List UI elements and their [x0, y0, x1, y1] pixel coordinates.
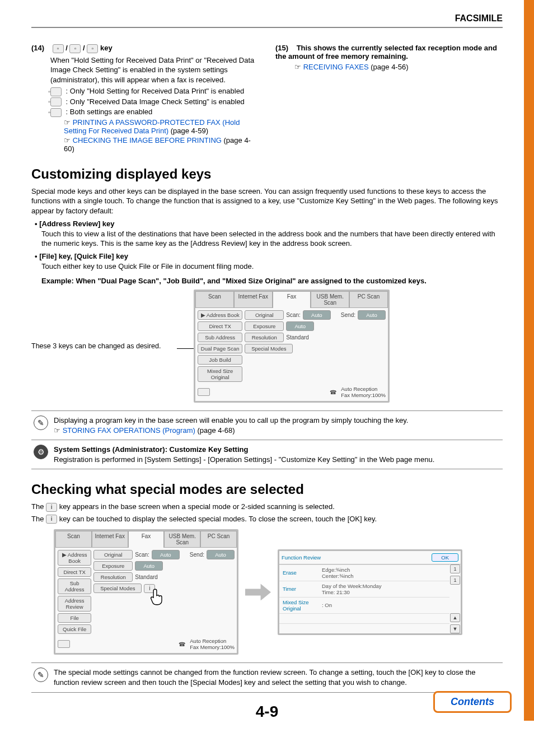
foot2-reception: Auto Reception [190, 638, 226, 644]
hand-icon: ☞ [64, 118, 73, 127]
item-14-opt3: ▫ : Both settings are enabled [64, 108, 259, 117]
item-14-desc: When "Hold Setting for Received Data Pri… [50, 55, 259, 85]
btn2-file[interactable]: File [58, 613, 91, 623]
bullet-file-body: Touch either key to use Quick File or Fi… [41, 262, 503, 272]
ok-button[interactable]: OK [432, 553, 458, 562]
callout-line [177, 348, 194, 349]
val-send-auto[interactable]: Auto [358, 310, 386, 320]
info-icon: i [46, 503, 57, 512]
example-line: Example: When "Dual Page Scan", "Job Bui… [41, 277, 503, 285]
item-15-number: (15) [275, 44, 294, 52]
tab2-scan[interactable]: Scan [55, 531, 92, 548]
page-num-top: 1 [450, 564, 460, 573]
both-icon-s: ▫ [50, 108, 62, 117]
tab-scan[interactable]: Scan [195, 291, 234, 308]
bullet-address-review-body: Touch this to view a list of the destina… [41, 229, 503, 249]
tab2-fax[interactable]: Fax [128, 531, 165, 548]
review-row-empty2 [279, 623, 449, 633]
tab2-pc[interactable]: PC Scan [200, 531, 237, 548]
lbl2-original[interactable]: Original [93, 550, 133, 559]
link-receiving-faxes[interactable]: RECEIVING FAXES [303, 63, 369, 71]
lbl2-send: Send: [190, 552, 204, 558]
lbl-special-modes[interactable]: Special Modes [245, 344, 293, 353]
link-storing-fax[interactable]: STORING FAX OPERATIONS (Program) [63, 426, 195, 435]
review-row-erase: Erase Edge:¾inch Center:¾inch [279, 564, 449, 581]
item-14-link2: ☞ CHECKING THE IMAGE BEFORE PRINTING (pa… [64, 136, 259, 153]
item-14-opt1: ▫ : Only "Hold Setting for Received Data… [64, 87, 259, 96]
sect2-line2: The i key can be touched to display the … [31, 514, 503, 524]
pencil-icon: ✎ [34, 416, 48, 430]
btn-address-book[interactable]: ▶ Address Book [198, 310, 242, 320]
side-accent-bar [524, 0, 534, 721]
lbl2-resolution[interactable]: Resolution [93, 572, 133, 582]
sect2-line1: The i key appears in the base screen whe… [31, 502, 503, 512]
link-check-image[interactable]: CHECKING THE IMAGE BEFORE PRINTING [73, 136, 222, 144]
val-resolution: Standard [286, 334, 314, 340]
btn-dual-page[interactable]: Dual Page Scan [198, 344, 242, 353]
preview-icon[interactable] [198, 388, 210, 396]
preview-icon-2[interactable] [58, 640, 70, 648]
btn2-sub-address[interactable]: Sub Address [58, 578, 91, 594]
btn-direct-tx[interactable]: Direct TX [198, 321, 242, 331]
image-check-icon: ▫ [69, 44, 81, 53]
scroll-down-button[interactable]: ▼ [450, 624, 460, 633]
val-exposure-auto[interactable]: Auto [286, 321, 314, 331]
scroll-up-button[interactable]: ▲ [450, 613, 460, 622]
val2-send-auto[interactable]: Auto [207, 550, 235, 559]
btn-mixed-size[interactable]: Mixed Size Original [198, 366, 242, 382]
tab-pc[interactable]: PC Scan [349, 291, 388, 308]
note-program-key: ✎ Displaying a program key in the base s… [31, 410, 503, 440]
contents-button[interactable]: Contents [433, 691, 512, 713]
btn2-direct-tx[interactable]: Direct TX [58, 567, 91, 577]
review-title: Function Review [282, 554, 321, 561]
bullet-address-review-title: • [Address Review] key [35, 220, 503, 228]
lbl-resolution[interactable]: Resolution [245, 333, 284, 342]
lbl-exposure[interactable]: Exposure [245, 321, 284, 331]
val2-scan-auto[interactable]: Auto [152, 550, 180, 559]
tab-fax[interactable]: Fax [273, 291, 311, 308]
phone-icon-2 [179, 641, 186, 647]
item-14-heading: (14) ▫ / ▫ / ▫ key [31, 44, 259, 53]
val-scan-auto[interactable]: Auto [303, 310, 331, 320]
page-number: 4-9 [31, 703, 503, 721]
btn-job-build[interactable]: Job Build [198, 355, 242, 365]
page-num-bot: 1 [450, 576, 460, 585]
section-customizing-para: Special mode keys and other keys can be … [31, 186, 503, 216]
hand-icon-2: ☞ [64, 136, 73, 144]
tab2-usb[interactable]: USB Mem. Scan [164, 531, 200, 548]
slash-1: / [65, 44, 69, 52]
note2-body: Registration is performed in [System Set… [54, 455, 434, 464]
item-15-link: ☞ RECEIVING FAXES (page 4-56) [294, 63, 503, 71]
slash-2: / [83, 44, 87, 52]
gear-icon: ⚙ [34, 445, 48, 459]
note1-line1: Displaying a program key in the base scr… [54, 416, 408, 424]
image-check-icon-s: ▫ [50, 97, 62, 106]
btn2-address-book[interactable]: ▶ Address Book [58, 550, 91, 566]
tab-ifax[interactable]: Internet Fax [234, 291, 273, 308]
lbl2-exposure[interactable]: Exposure [93, 561, 133, 571]
link-hold-print[interactable]: PRINTING A PASSWORD-PROTECTED FAX (Hold … [64, 118, 240, 135]
foot2-memory: Fax Memory:100% [190, 644, 235, 650]
lbl-original[interactable]: Original [245, 310, 284, 320]
btn2-quick-file[interactable]: Quick File [58, 624, 91, 634]
example-panel: Scan Internet Fax Fax USB Mem. Scan PC S… [194, 290, 390, 403]
both-icon: ▫ [87, 44, 98, 53]
btn2-address-review[interactable]: Address Review [58, 596, 91, 612]
val2-exposure-auto[interactable]: Auto [135, 561, 163, 571]
lbl2-special-modes[interactable]: Special Modes [93, 584, 142, 593]
tab2-ifax[interactable]: Internet Fax [92, 531, 128, 548]
section-customizing-title: Customizing displayed keys [31, 166, 503, 182]
foot-reception: Auto Reception [341, 386, 377, 392]
btn-sub-address[interactable]: Sub Address [198, 333, 242, 342]
info-icon-2: i [46, 515, 57, 524]
item-15-title: This shows the currently selected fax re… [275, 44, 497, 60]
section-checking-title: Checking what special modes are selected [31, 482, 503, 497]
review-row-mixed: Mixed Size Original : On [279, 597, 449, 613]
diagram-caption: These 3 keys can be changed as desired. [31, 342, 177, 350]
item-15-heading: (15) This shows the currently selected f… [275, 44, 503, 60]
hand-icon-3: ☞ [294, 63, 303, 71]
note-system-settings: ⚙ System Settings (Administrator): Custo… [31, 440, 503, 469]
tab-usb[interactable]: USB Mem. Scan [311, 291, 349, 308]
val2-resolution: Standard [135, 574, 163, 580]
panel-tabs: Scan Internet Fax Fax USB Mem. Scan PC S… [195, 291, 388, 308]
